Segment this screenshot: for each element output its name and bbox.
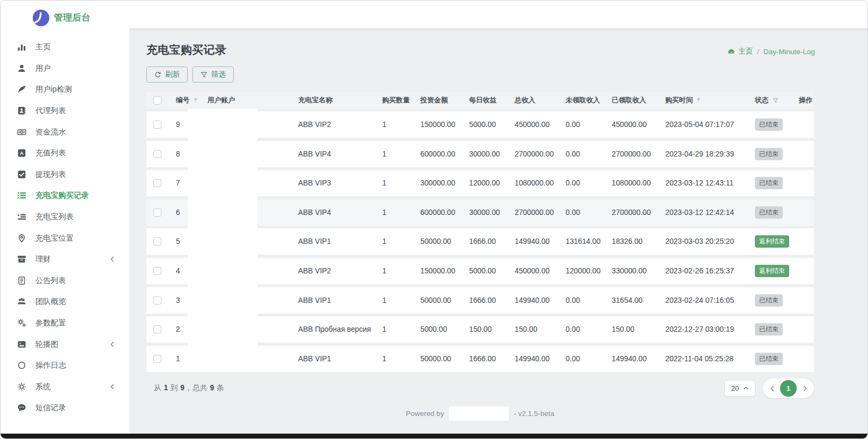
filter-icon[interactable] bbox=[773, 98, 778, 103]
powered-brand-redacted bbox=[449, 406, 509, 421]
cell-qty: 1 bbox=[375, 121, 413, 129]
cell-id: 9 bbox=[169, 121, 201, 129]
dashboard-icon bbox=[728, 48, 735, 55]
column-header-time[interactable]: 购买时间 bbox=[658, 96, 748, 105]
brand: 管理后台 bbox=[1, 1, 129, 28]
cell-total: 2700000.00 bbox=[508, 150, 559, 158]
comment-icon bbox=[17, 403, 26, 412]
cell-total: 149940.00 bbox=[508, 296, 559, 304]
row-checkbox[interactable] bbox=[153, 179, 161, 187]
sidebar-item-address-book[interactable]: 代理列表 bbox=[1, 100, 129, 122]
sidebar-item-circle[interactable]: 操作日志 bbox=[1, 355, 129, 376]
status-badge: 已结束 bbox=[755, 148, 783, 160]
column-header-id[interactable]: 编号 bbox=[169, 96, 201, 105]
sidebar-item-label: 用户 bbox=[35, 63, 51, 73]
chevron-left-icon bbox=[109, 341, 115, 347]
sidebar-item-comment[interactable]: 短信记录 bbox=[1, 397, 129, 419]
sidebar-item-square-a[interactable]: A充值列表 bbox=[1, 143, 129, 164]
row-checkbox[interactable] bbox=[153, 121, 161, 129]
sidebar-item-list[interactable]: 充电宝购买记录 bbox=[1, 185, 129, 206]
cell-qty: 1 bbox=[375, 267, 413, 275]
chart-bar-icon bbox=[17, 42, 26, 51]
sidebar-item-stream[interactable]: 充电宝列表 bbox=[1, 206, 129, 228]
row-checkbox[interactable] bbox=[153, 237, 161, 245]
cell-unclaimed: 0.00 bbox=[559, 121, 605, 129]
cell-claimed: 150.00 bbox=[605, 325, 658, 333]
sidebar-item-archive[interactable]: 理财 bbox=[1, 249, 129, 270]
cell-total: 450000.00 bbox=[508, 267, 559, 275]
row-checkbox[interactable] bbox=[153, 296, 161, 304]
sidebar-item-chart-bar[interactable]: 主页 bbox=[1, 36, 129, 58]
table-row: 9ABB VIP21150000.005000.00450000.000.004… bbox=[146, 111, 814, 138]
sidebar-item-money[interactable]: 资金流水 bbox=[1, 121, 129, 143]
cell-total: 450000.00 bbox=[508, 121, 559, 129]
sidebar-item-file-text[interactable]: 公告列表 bbox=[1, 270, 129, 292]
sidebar-item-image[interactable]: 轮播图 bbox=[1, 333, 129, 355]
page-size-select[interactable]: 20 bbox=[724, 380, 755, 397]
cell-daily: 1666.00 bbox=[462, 296, 508, 304]
cell-unclaimed: 120000.00 bbox=[559, 267, 605, 275]
sidebar-item-users[interactable]: 团队概览 bbox=[1, 291, 129, 312]
sidebar-item-label: 短信记录 bbox=[35, 403, 66, 413]
brand-title: 管理后台 bbox=[54, 12, 91, 24]
column-header-status[interactable]: 状态 bbox=[748, 96, 792, 105]
sidebar-item-label: 理财 bbox=[35, 254, 51, 264]
cogs-icon bbox=[17, 318, 26, 328]
sidebar-item-map-pin[interactable]: 充电宝位置 bbox=[1, 227, 129, 249]
window-bottom-edge bbox=[1, 434, 867, 438]
cell-status: 返利结束 bbox=[748, 235, 792, 248]
prev-page-button[interactable] bbox=[767, 385, 777, 391]
cell-qty: 1 bbox=[375, 209, 413, 217]
cell-total: 149940.00 bbox=[508, 237, 559, 245]
sidebar-item-cogs[interactable]: 参数配置 bbox=[1, 312, 129, 334]
cell-time: 2023-02-24 07:16:05 bbox=[658, 296, 748, 304]
cell-qty: 1 bbox=[375, 179, 413, 187]
cell-id: 5 bbox=[169, 237, 201, 245]
status-badge: 已结束 bbox=[755, 118, 783, 131]
cell-qty: 1 bbox=[375, 355, 413, 363]
select-all-checkbox[interactable] bbox=[153, 96, 161, 105]
row-checkbox[interactable] bbox=[153, 150, 161, 158]
sidebar-item-label: 系统 bbox=[35, 382, 51, 392]
row-checkbox[interactable] bbox=[153, 209, 161, 217]
sidebar-item-gear[interactable]: 系统 bbox=[1, 376, 129, 398]
archive-icon bbox=[17, 255, 26, 264]
powered-by: Powered by - v2.1.5-beta bbox=[146, 406, 814, 421]
cell-name: ABB VIP2 bbox=[291, 121, 375, 129]
row-checkbox[interactable] bbox=[153, 325, 161, 333]
svg-text:A: A bbox=[20, 151, 24, 157]
column-header-qty: 购买数量 bbox=[375, 96, 413, 105]
breadcrumb-home[interactable]: 主页 bbox=[738, 47, 753, 56]
table-body: 9ABB VIP21150000.005000.00450000.000.004… bbox=[146, 111, 814, 372]
sidebar-item-label: 公告列表 bbox=[35, 276, 66, 286]
chevron-left-icon bbox=[109, 384, 115, 390]
row-select-cell bbox=[146, 296, 169, 304]
cell-time: 2023-03-12 12:43:11 bbox=[658, 179, 748, 187]
filter-button[interactable]: 筛选 bbox=[192, 66, 234, 83]
file-text-icon bbox=[17, 276, 26, 285]
sidebar-item-user[interactable]: 用户 bbox=[1, 58, 129, 79]
row-checkbox[interactable] bbox=[153, 267, 161, 275]
cell-name: ABB VIP1 bbox=[291, 296, 375, 304]
cell-invest: 600000.00 bbox=[413, 209, 462, 217]
pen-icon bbox=[17, 85, 26, 94]
column-header-invest: 投资金额 bbox=[413, 96, 462, 105]
cell-claimed: 149940.00 bbox=[605, 355, 658, 363]
brand-logo-icon bbox=[33, 10, 49, 26]
sidebar-item-label: 资金流水 bbox=[35, 127, 66, 137]
cell-status: 已结束 bbox=[748, 148, 792, 160]
refresh-button[interactable]: 刷新 bbox=[146, 66, 188, 83]
sidebar-item-pen[interactable]: 用户ip检测 bbox=[1, 79, 129, 100]
row-checkbox[interactable] bbox=[153, 355, 161, 363]
cell-time: 2023-04-29 18:29:39 bbox=[658, 150, 748, 158]
cell-total: 150.00 bbox=[508, 325, 559, 333]
column-header-name: 充电宝名称 bbox=[291, 96, 375, 105]
status-badge: 已结束 bbox=[755, 206, 783, 219]
cell-invest: 50000.00 bbox=[413, 296, 462, 304]
current-page[interactable]: 1 bbox=[780, 380, 797, 397]
next-page-button[interactable] bbox=[799, 385, 810, 391]
circle-icon bbox=[17, 361, 26, 370]
pagination: 20 1 bbox=[724, 378, 814, 398]
sidebar-item-square-check[interactable]: 提现列表 bbox=[1, 164, 129, 185]
cell-status: 已结束 bbox=[748, 294, 792, 307]
